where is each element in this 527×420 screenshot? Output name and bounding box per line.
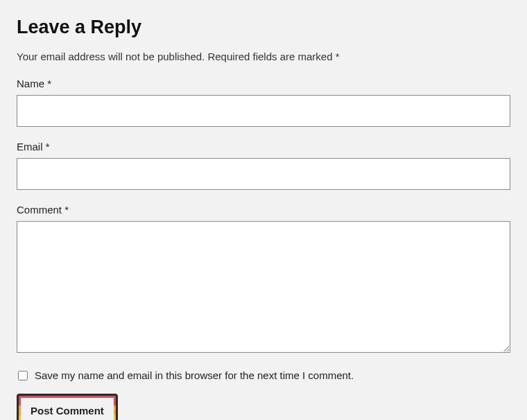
comment-field-group: Comment * <box>17 204 510 356</box>
form-title: Leave a Reply <box>17 17 510 38</box>
name-field-group: Name * <box>17 78 510 127</box>
submit-button-wrapper: Post Comment <box>17 394 118 420</box>
email-label: Email * <box>17 141 510 152</box>
comment-label: Comment * <box>17 204 510 216</box>
save-info-checkbox[interactable] <box>18 371 28 380</box>
name-input[interactable] <box>17 95 510 127</box>
comment-textarea[interactable] <box>17 221 510 353</box>
save-info-row: Save my name and email in this browser f… <box>17 369 510 381</box>
email-input[interactable] <box>17 158 510 190</box>
save-info-label: Save my name and email in this browser f… <box>35 369 354 381</box>
post-comment-button[interactable]: Post Comment <box>21 398 114 420</box>
form-notice: Your email address will not be published… <box>17 51 510 62</box>
email-field-group: Email * <box>17 141 510 190</box>
name-label: Name * <box>17 78 510 89</box>
